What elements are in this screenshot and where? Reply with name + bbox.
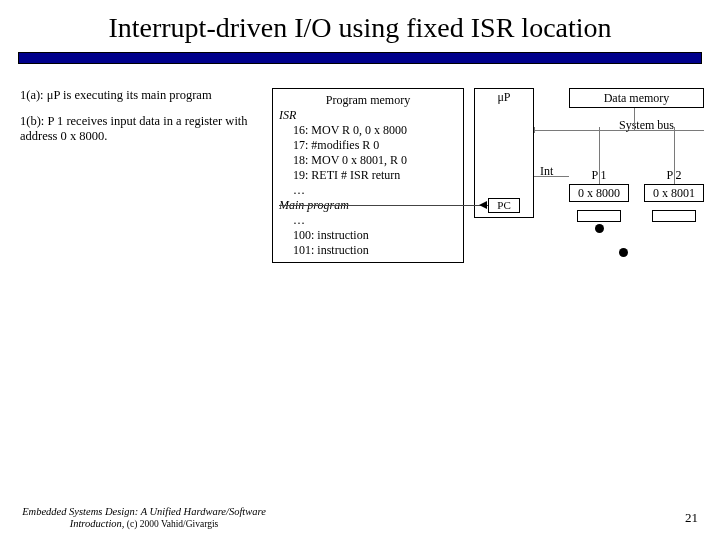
step-1b: 1(b): P 1 receives input data in a regis… xyxy=(20,114,250,145)
pc-box: PC xyxy=(488,198,520,213)
pc-arrow-icon xyxy=(479,201,487,209)
title-bar xyxy=(18,52,702,64)
p1-address-box: 0 x 8000 xyxy=(569,184,629,202)
pc-pointer-line xyxy=(279,205,488,206)
page-number: 21 xyxy=(685,510,698,526)
isr-line-18: 18: MOV 0 x 8001, R 0 xyxy=(279,153,457,168)
p1-label: P 1 xyxy=(569,168,629,183)
isr-line-19: 19: RETI # ISR return xyxy=(279,168,457,183)
content: 1(a): μP is executing its main program 1… xyxy=(0,64,720,263)
bus-tick xyxy=(534,127,535,133)
bus-tick xyxy=(634,108,635,130)
architecture-diagram: μP Data memory System bus Int P 1 P 2 0 … xyxy=(474,88,700,263)
main-line-101: 101: instruction xyxy=(279,243,457,258)
isr-dots: … xyxy=(279,183,457,198)
dot-icon xyxy=(619,248,628,257)
description-column: 1(a): μP is executing its main program 1… xyxy=(20,88,260,263)
page-title: Interrupt-driven I/O using fixed ISR loc… xyxy=(0,0,720,52)
int-label: Int xyxy=(540,164,553,179)
isr-label: ISR xyxy=(279,108,457,123)
system-bus-label: System bus xyxy=(619,118,674,133)
footer-citation: Embedded Systems Design: A Unified Hardw… xyxy=(14,506,274,530)
program-memory-header: Program memory xyxy=(279,93,457,108)
p2-label: P 2 xyxy=(644,168,704,183)
data-memory-box: Data memory xyxy=(569,88,704,108)
main-dots: … xyxy=(279,213,457,228)
footer-copyright: (c) 2000 Vahid/Givargis xyxy=(124,519,218,529)
program-memory-box: Program memory ISR 16: MOV R 0, 0 x 8000… xyxy=(272,88,464,263)
isr-line-16: 16: MOV R 0, 0 x 8000 xyxy=(279,123,457,138)
isr-line-17: 17: #modifies R 0 xyxy=(279,138,457,153)
p1-register-box xyxy=(577,210,621,222)
p2-register-box xyxy=(652,210,696,222)
dot-icon xyxy=(595,224,604,233)
main-line-100: 100: instruction xyxy=(279,228,457,243)
p2-address-box: 0 x 8001 xyxy=(644,184,704,202)
microprocessor-label: μP xyxy=(474,90,534,105)
step-1a: 1(a): μP is executing its main program xyxy=(20,88,250,104)
